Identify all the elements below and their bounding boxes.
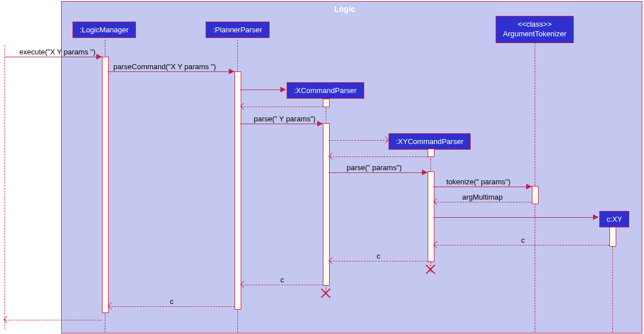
- msg-c4: c: [170, 297, 174, 306]
- arrow-return-xycommand: [330, 157, 428, 157]
- actor-cxy: c:XY: [599, 211, 629, 227]
- activation-argument-tokenizer: [532, 186, 539, 204]
- destroy-xycommand: [425, 264, 436, 274]
- msg-c2: c: [377, 252, 381, 260]
- arrowhead-execute: [96, 54, 102, 60]
- arrow-c1: [434, 245, 609, 246]
- activation-planner-parser: [234, 71, 241, 310]
- msg-tokenize: tokenize(" params"): [446, 177, 510, 186]
- arrowhead-create-cxy: [593, 214, 599, 220]
- arrow-create-cxy: [433, 217, 598, 218]
- msg-parseY: parse(" Y params"): [254, 115, 315, 123]
- frame-title: Logic: [329, 2, 366, 16]
- arrow-return-xcommand: [241, 107, 323, 107]
- arrow-execute: [5, 57, 102, 57]
- arrowhead-tokenize: [526, 184, 532, 189]
- actor-xycommand-parser: :XYCommandParser: [389, 133, 471, 150]
- msg-parseCommand: parseCommand("X Y params "): [113, 62, 216, 71]
- arrow-create-xcommand: [240, 90, 285, 90]
- msg-parseParams: parse(" params"): [347, 163, 402, 172]
- activation-xycommand-parser-2: [428, 171, 434, 262]
- msg-execute: execute("X Y params "): [19, 48, 95, 56]
- actor-logic-manager: :LogicManager: [72, 22, 136, 38]
- arrowhead-create-xcommand: [280, 87, 286, 92]
- arrowhead-parseCommand: [229, 69, 234, 74]
- arrow-c3: [241, 285, 323, 285]
- sequence-diagram: Logic :LogicManager :PlannerParser <<cla…: [0, 0, 644, 334]
- arrow-parseParams: [329, 172, 428, 173]
- arrow-tokenize: [433, 187, 532, 187]
- activation-logic-manager: [102, 57, 109, 313]
- arrow-create-xycommand: [329, 140, 387, 141]
- activation-xcommand-parser-1: [323, 99, 330, 107]
- arrow-c2: [330, 261, 428, 261]
- arrowhead-parseParams: [422, 170, 428, 175]
- msg-argMultimap: argMultimap: [462, 193, 503, 201]
- msg-c3: c: [280, 276, 284, 284]
- arrow-return-external: [5, 320, 102, 320]
- actor-argument-tokenizer: <<class>> ArgumentTokenizer: [496, 16, 574, 43]
- activation-cxy: [609, 227, 616, 247]
- actor-planner-parser: :PlannerParser: [206, 22, 270, 38]
- msg-c1: c: [521, 236, 525, 244]
- arrowhead-parseY: [317, 121, 323, 126]
- arrow-parseY: [240, 124, 323, 124]
- activation-xcommand-parser-2: [323, 123, 330, 286]
- arrow-c4: [109, 306, 234, 307]
- actor-xcommand-parser: :XCommandParser: [287, 82, 364, 99]
- arrow-parseCommand: [108, 71, 234, 72]
- activation-xycommand-parser-1: [428, 149, 434, 157]
- lifeline-external: [5, 45, 5, 329]
- lifeline-argument-tokenizer: [535, 34, 535, 332]
- destroy-xcommand: [321, 288, 331, 298]
- arrow-argMultimap: [434, 202, 532, 202]
